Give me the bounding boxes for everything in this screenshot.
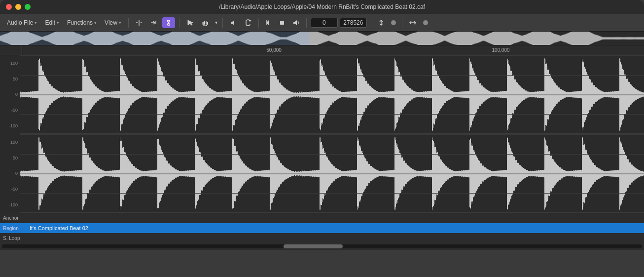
ch1-label-n50: -50 <box>0 108 20 113</box>
scrollbar-track[interactable] <box>2 244 642 248</box>
svg-rect-7 <box>204 21 205 25</box>
ch1-label-50: 50 <box>0 77 20 81</box>
ch2-label-50: 50 <box>0 156 20 160</box>
waveform-channel-2: 100 50 0 -50 -100 <box>0 134 644 213</box>
separator <box>179 18 179 28</box>
svg-rect-12 <box>280 21 284 25</box>
ch1-labels: 100 50 0 -50 -100 <box>0 55 20 134</box>
toolbar: Audio File ▾ Edit ▾ Functions ▾ View ▾ <box>0 14 644 32</box>
chevron-down-icon: ▾ <box>35 20 37 25</box>
edit-menu[interactable]: Edit ▾ <box>42 18 62 28</box>
volume-button[interactable] <box>289 17 302 28</box>
ch2-labels: 100 50 0 -50 -100 <box>0 134 20 213</box>
waveform-channel-1: 100 50 0 -50 -100 <box>0 55 644 134</box>
minimize-button[interactable] <box>15 4 21 10</box>
ch1-label-n100: -100 <box>0 123 20 128</box>
separator <box>128 18 129 28</box>
length-display[interactable]: 278526 <box>340 18 367 28</box>
chevron-down-icon: ▾ <box>119 20 121 25</box>
separator <box>258 18 259 28</box>
expand-button[interactable] <box>406 18 419 28</box>
hand-tool-button[interactable] <box>198 17 212 28</box>
timeline-marker-100k: 100,000 <box>492 47 509 53</box>
ch1-canvas-wrapper <box>20 55 644 134</box>
separator <box>222 18 223 28</box>
region-value: It's Complicated Beat 02 <box>30 225 88 231</box>
loop-button[interactable] <box>242 17 254 28</box>
hand-tool-chevron[interactable]: ▾ <box>214 20 218 25</box>
ch2-label-n100: -100 <box>0 202 20 207</box>
scrollbar-thumb[interactable] <box>284 244 343 248</box>
swap-button[interactable] <box>375 18 387 28</box>
link-button[interactable] <box>162 17 175 28</box>
svg-rect-8 <box>206 21 207 25</box>
rewind-button[interactable] <box>263 18 275 28</box>
functions-menu[interactable]: Functions ▾ <box>64 18 100 28</box>
playhead-cursor <box>22 45 22 55</box>
expand-dot <box>423 20 428 25</box>
ch1-label-0: 0 <box>0 92 20 97</box>
ch2-label-0: 0 <box>0 171 20 176</box>
sloop-label: S. Loop <box>0 236 30 241</box>
sloop-row: S. Loop <box>0 233 644 243</box>
separator <box>402 18 402 28</box>
audio-file-menu[interactable]: Audio File ▾ <box>4 18 40 28</box>
speaker-button[interactable] <box>227 17 240 28</box>
waveform-container: 100 50 0 -50 -100 100 50 0 -50 -100 <box>0 55 644 213</box>
separator <box>371 18 371 28</box>
region-row[interactable]: Region It's Complicated Beat 02 <box>0 223 644 233</box>
chevron-down-icon: ▾ <box>57 20 59 25</box>
titlebar: /Library/Audio/Apple Loops/Apple/04 Mode… <box>0 0 644 14</box>
maximize-button[interactable] <box>25 4 31 10</box>
stop-button[interactable] <box>277 18 287 27</box>
trim-button[interactable] <box>147 17 160 28</box>
horizontal-scrollbar[interactable] <box>0 243 644 250</box>
anchor-label: Anchor <box>0 215 30 221</box>
anchor-row: Anchor <box>0 213 644 223</box>
window-title: /Library/Audio/Apple Loops/Apple/04 Mode… <box>219 3 425 10</box>
region-label: Region <box>0 226 30 231</box>
arrow-tool-button[interactable] <box>183 17 196 28</box>
timeline: 50,000 100,000 <box>0 45 644 55</box>
traffic-lights <box>6 4 31 10</box>
position-display[interactable]: 0 <box>311 18 338 28</box>
cursor-mode-button[interactable] <box>133 17 145 28</box>
chevron-down-icon: ▾ <box>94 20 97 25</box>
ch2-canvas-wrapper <box>20 134 644 213</box>
ch2-label-100: 100 <box>0 140 20 145</box>
ch1-label-100: 100 <box>0 61 20 66</box>
overview-waveform[interactable] <box>0 32 644 45</box>
ch2-label-n50: -50 <box>0 187 20 192</box>
timeline-marker-50k: 50,000 <box>266 47 282 53</box>
close-button[interactable] <box>6 4 12 10</box>
level-dot <box>391 20 396 25</box>
separator <box>306 18 307 28</box>
view-menu[interactable]: View ▾ <box>102 18 124 28</box>
